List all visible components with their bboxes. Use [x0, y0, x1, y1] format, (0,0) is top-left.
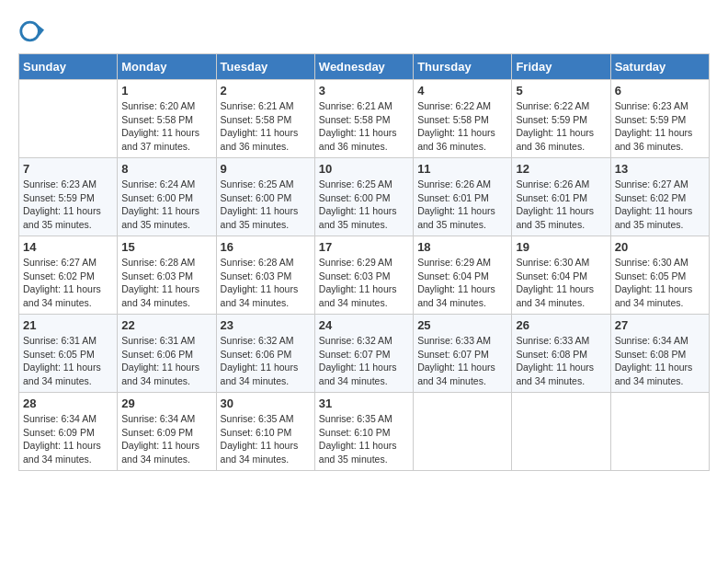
- calendar-cell: 22Sunrise: 6:31 AM Sunset: 6:06 PM Dayli…: [118, 315, 216, 393]
- day-info: Sunrise: 6:25 AM Sunset: 6:00 PM Dayligh…: [221, 178, 311, 232]
- week-row-2: 7Sunrise: 6:23 AM Sunset: 5:59 PM Daylig…: [19, 158, 710, 236]
- calendar-cell: 21Sunrise: 6:31 AM Sunset: 6:05 PM Dayli…: [19, 315, 118, 393]
- day-number: 25: [417, 318, 507, 332]
- calendar-cell: 30Sunrise: 6:35 AM Sunset: 6:10 PM Dayli…: [216, 393, 314, 471]
- day-number: 2: [221, 84, 311, 98]
- calendar-cell: 15Sunrise: 6:28 AM Sunset: 6:03 PM Dayli…: [118, 236, 216, 315]
- day-info: Sunrise: 6:21 AM Sunset: 5:58 PM Dayligh…: [319, 99, 409, 154]
- header-cell-thursday: Thursday: [414, 54, 512, 80]
- calendar-cell: 24Sunrise: 6:32 AM Sunset: 6:07 PM Dayli…: [314, 315, 413, 393]
- calendar-cell: 18Sunrise: 6:29 AM Sunset: 6:04 PM Dayli…: [414, 236, 512, 315]
- calendar-cell: 19Sunrise: 6:30 AM Sunset: 6:04 PM Dayli…: [512, 236, 610, 315]
- day-info: Sunrise: 6:32 AM Sunset: 6:07 PM Dayligh…: [319, 334, 409, 388]
- header-cell-tuesday: Tuesday: [216, 54, 314, 80]
- day-number: 9: [221, 162, 311, 176]
- day-info: Sunrise: 6:27 AM Sunset: 6:02 PM Dayligh…: [23, 256, 113, 310]
- day-info: Sunrise: 6:22 AM Sunset: 5:59 PM Dayligh…: [516, 99, 606, 154]
- header-cell-sunday: Sunday: [19, 54, 118, 80]
- day-number: 13: [615, 162, 705, 176]
- calendar-cell: 14Sunrise: 6:27 AM Sunset: 6:02 PM Dayli…: [19, 236, 118, 315]
- calendar-cell: 1Sunrise: 6:20 AM Sunset: 5:58 PM Daylig…: [118, 80, 216, 158]
- header-cell-wednesday: Wednesday: [314, 54, 413, 80]
- day-info: Sunrise: 6:32 AM Sunset: 6:06 PM Dayligh…: [221, 334, 311, 388]
- day-number: 10: [319, 162, 409, 176]
- header-cell-saturday: Saturday: [610, 54, 709, 80]
- day-number: 14: [23, 240, 113, 254]
- day-info: Sunrise: 6:26 AM Sunset: 6:01 PM Dayligh…: [516, 178, 606, 232]
- day-info: Sunrise: 6:28 AM Sunset: 6:03 PM Dayligh…: [221, 256, 311, 310]
- calendar-cell: 10Sunrise: 6:25 AM Sunset: 6:00 PM Dayli…: [314, 158, 413, 236]
- day-info: Sunrise: 6:34 AM Sunset: 6:09 PM Dayligh…: [23, 412, 113, 466]
- day-info: Sunrise: 6:31 AM Sunset: 6:06 PM Dayligh…: [121, 334, 211, 388]
- day-info: Sunrise: 6:24 AM Sunset: 6:00 PM Dayligh…: [121, 178, 211, 232]
- calendar-cell: 16Sunrise: 6:28 AM Sunset: 6:03 PM Dayli…: [216, 236, 314, 315]
- calendar-cell: [610, 393, 709, 471]
- calendar-cell: 26Sunrise: 6:33 AM Sunset: 6:08 PM Dayli…: [512, 315, 610, 393]
- day-number: 16: [221, 240, 311, 254]
- calendar-cell: 5Sunrise: 6:22 AM Sunset: 5:59 PM Daylig…: [512, 80, 610, 158]
- day-number: 12: [516, 162, 606, 176]
- calendar-table: SundayMondayTuesdayWednesdayThursdayFrid…: [18, 53, 710, 471]
- day-number: 19: [516, 240, 606, 254]
- week-row-5: 28Sunrise: 6:34 AM Sunset: 6:09 PM Dayli…: [19, 393, 710, 471]
- day-info: Sunrise: 6:34 AM Sunset: 6:09 PM Dayligh…: [121, 412, 211, 466]
- calendar-cell: [19, 80, 118, 158]
- day-info: Sunrise: 6:27 AM Sunset: 6:02 PM Dayligh…: [615, 178, 705, 232]
- day-number: 17: [319, 240, 409, 254]
- day-number: 7: [23, 162, 113, 176]
- day-number: 4: [417, 84, 507, 98]
- day-info: Sunrise: 6:35 AM Sunset: 6:10 PM Dayligh…: [221, 412, 311, 466]
- week-row-3: 14Sunrise: 6:27 AM Sunset: 6:02 PM Dayli…: [19, 236, 710, 315]
- calendar-cell: 13Sunrise: 6:27 AM Sunset: 6:02 PM Dayli…: [610, 158, 709, 236]
- calendar-cell: 2Sunrise: 6:21 AM Sunset: 5:58 PM Daylig…: [216, 80, 314, 158]
- day-number: 28: [23, 396, 113, 410]
- day-number: 20: [615, 240, 705, 254]
- day-number: 6: [615, 84, 705, 98]
- day-info: Sunrise: 6:23 AM Sunset: 5:59 PM Dayligh…: [615, 99, 705, 154]
- calendar-body: 1Sunrise: 6:20 AM Sunset: 5:58 PM Daylig…: [19, 80, 710, 471]
- logo: [18, 18, 48, 44]
- day-info: Sunrise: 6:31 AM Sunset: 6:05 PM Dayligh…: [23, 334, 113, 388]
- day-info: Sunrise: 6:30 AM Sunset: 6:04 PM Dayligh…: [516, 256, 606, 310]
- day-info: Sunrise: 6:20 AM Sunset: 5:58 PM Dayligh…: [121, 99, 211, 154]
- day-number: 21: [23, 318, 113, 332]
- day-number: 8: [121, 162, 211, 176]
- day-number: 22: [121, 318, 211, 332]
- day-number: 15: [121, 240, 211, 254]
- calendar-cell: 23Sunrise: 6:32 AM Sunset: 6:06 PM Dayli…: [216, 315, 314, 393]
- day-info: Sunrise: 6:22 AM Sunset: 5:58 PM Dayligh…: [417, 99, 507, 154]
- day-info: Sunrise: 6:23 AM Sunset: 5:59 PM Dayligh…: [23, 178, 113, 232]
- day-number: 30: [221, 396, 311, 410]
- day-info: Sunrise: 6:33 AM Sunset: 6:08 PM Dayligh…: [516, 334, 606, 388]
- svg-point-0: [21, 22, 40, 40]
- week-row-1: 1Sunrise: 6:20 AM Sunset: 5:58 PM Daylig…: [19, 80, 710, 158]
- day-number: 29: [121, 396, 211, 410]
- page-header: [18, 18, 710, 44]
- day-number: 3: [319, 84, 409, 98]
- calendar-cell: 9Sunrise: 6:25 AM Sunset: 6:00 PM Daylig…: [216, 158, 314, 236]
- calendar-cell: 7Sunrise: 6:23 AM Sunset: 5:59 PM Daylig…: [19, 158, 118, 236]
- calendar-cell: 8Sunrise: 6:24 AM Sunset: 6:00 PM Daylig…: [118, 158, 216, 236]
- calendar-cell: 17Sunrise: 6:29 AM Sunset: 6:03 PM Dayli…: [314, 236, 413, 315]
- header-cell-friday: Friday: [512, 54, 610, 80]
- calendar-cell: 29Sunrise: 6:34 AM Sunset: 6:09 PM Dayli…: [118, 393, 216, 471]
- calendar-cell: 6Sunrise: 6:23 AM Sunset: 5:59 PM Daylig…: [610, 80, 709, 158]
- day-info: Sunrise: 6:35 AM Sunset: 6:10 PM Dayligh…: [319, 412, 409, 466]
- day-info: Sunrise: 6:30 AM Sunset: 6:05 PM Dayligh…: [615, 256, 705, 310]
- calendar-cell: 27Sunrise: 6:34 AM Sunset: 6:08 PM Dayli…: [610, 315, 709, 393]
- logo-icon: [18, 18, 44, 44]
- calendar-cell: 3Sunrise: 6:21 AM Sunset: 5:58 PM Daylig…: [314, 80, 413, 158]
- day-number: 23: [221, 318, 311, 332]
- day-number: 5: [516, 84, 606, 98]
- day-number: 18: [417, 240, 507, 254]
- day-number: 31: [319, 396, 409, 410]
- day-info: Sunrise: 6:33 AM Sunset: 6:07 PM Dayligh…: [417, 334, 507, 388]
- day-info: Sunrise: 6:29 AM Sunset: 6:04 PM Dayligh…: [417, 256, 507, 310]
- day-info: Sunrise: 6:21 AM Sunset: 5:58 PM Dayligh…: [221, 99, 311, 154]
- calendar-cell: 11Sunrise: 6:26 AM Sunset: 6:01 PM Dayli…: [414, 158, 512, 236]
- day-number: 1: [121, 84, 211, 98]
- day-info: Sunrise: 6:34 AM Sunset: 6:08 PM Dayligh…: [615, 334, 705, 388]
- calendar-cell: 31Sunrise: 6:35 AM Sunset: 6:10 PM Dayli…: [314, 393, 413, 471]
- header-cell-monday: Monday: [118, 54, 216, 80]
- day-info: Sunrise: 6:26 AM Sunset: 6:01 PM Dayligh…: [417, 178, 507, 232]
